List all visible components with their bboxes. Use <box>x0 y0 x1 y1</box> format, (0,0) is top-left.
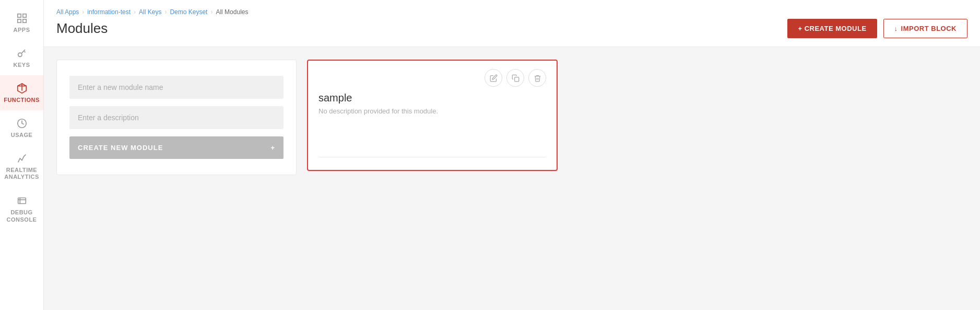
module-card-sample: sample No description provided for this … <box>307 60 558 171</box>
sidebar-item-realtime[interactable]: REALTIME ANALYTICS <box>0 145 43 188</box>
sidebar-item-usage-label: USAGE <box>11 132 33 138</box>
sidebar-item-apps[interactable]: APPS <box>0 5 43 40</box>
breadcrumb-sep-3: › <box>164 8 167 16</box>
edit-module-button[interactable] <box>485 69 502 87</box>
module-card-actions <box>318 69 546 87</box>
main-content: All Apps › information-test › All Keys ›… <box>44 0 980 310</box>
analytics-icon <box>16 153 28 164</box>
copy-module-button[interactable] <box>506 69 524 87</box>
cube-icon <box>16 83 28 94</box>
sidebar-item-debug-label: DEBUG CONSOLE <box>4 209 39 223</box>
create-new-module-button[interactable]: CREATE NEW MODULE + <box>69 136 284 159</box>
module-name-input[interactable] <box>69 76 284 99</box>
sidebar-item-apps-label: APPS <box>14 27 30 33</box>
create-new-module-icon: + <box>270 144 275 152</box>
debug-icon <box>16 195 28 206</box>
sidebar-item-usage[interactable]: USAGE <box>0 110 43 145</box>
header-row: Modules + CREATE MODULE ↓ IMPORT BLOCK <box>56 19 967 38</box>
sidebar-item-realtime-label: REALTIME ANALYTICS <box>4 167 39 180</box>
sidebar-item-functions[interactable]: FUNCTIONS <box>0 75 43 110</box>
create-module-button[interactable]: + CREATE MODULE <box>787 19 877 38</box>
usage-icon <box>16 118 28 129</box>
sidebar-item-functions-label: FUNCTIONS <box>4 97 40 103</box>
module-name: sample <box>318 92 546 104</box>
svg-rect-2 <box>17 19 20 22</box>
sidebar-item-debug[interactable]: DEBUG CONSOLE <box>0 188 43 230</box>
svg-rect-7 <box>18 198 26 204</box>
breadcrumb-info-test[interactable]: information-test <box>87 8 131 16</box>
page-header: All Apps › information-test › All Keys ›… <box>44 0 980 47</box>
header-buttons: + CREATE MODULE ↓ IMPORT BLOCK <box>787 19 967 38</box>
svg-rect-10 <box>514 77 518 81</box>
breadcrumb-sep-1: › <box>82 8 84 16</box>
import-icon: ↓ <box>894 25 898 32</box>
module-card-footer <box>318 157 546 157</box>
key-icon <box>16 48 28 59</box>
breadcrumb-all-keys[interactable]: All Keys <box>139 8 161 16</box>
breadcrumb-all-apps[interactable]: All Apps <box>56 8 79 16</box>
svg-rect-1 <box>22 14 26 17</box>
grid-icon <box>16 13 28 24</box>
svg-rect-3 <box>22 19 26 22</box>
sidebar-item-keys[interactable]: KEYS <box>0 40 43 75</box>
svg-rect-0 <box>17 14 20 17</box>
import-block-button[interactable]: ↓ IMPORT BLOCK <box>883 19 967 38</box>
module-description-input[interactable] <box>69 106 284 129</box>
breadcrumb-all-modules: All Modules <box>216 8 248 16</box>
copy-icon <box>512 74 519 82</box>
breadcrumb-demo-keyset[interactable]: Demo Keyset <box>170 8 207 16</box>
breadcrumb-sep-2: › <box>134 8 136 16</box>
import-block-label: IMPORT BLOCK <box>901 25 957 32</box>
breadcrumb-sep-4: › <box>210 8 212 16</box>
create-new-module-label: CREATE NEW MODULE <box>78 144 163 152</box>
sidebar-item-keys-label: KEYS <box>14 62 30 68</box>
delete-module-button[interactable] <box>528 69 546 87</box>
content-area: CREATE NEW MODULE + <box>44 47 980 310</box>
edit-icon <box>490 74 498 82</box>
sidebar: APPS KEYS FUNCTIONS USAGE REALTIME ANALY… <box>0 0 44 310</box>
breadcrumb: All Apps › information-test › All Keys ›… <box>56 8 967 16</box>
page-title: Modules <box>56 20 108 37</box>
module-description: No description provided for this module. <box>318 107 546 115</box>
create-module-card: CREATE NEW MODULE + <box>56 60 297 175</box>
svg-point-4 <box>18 53 21 56</box>
trash-icon <box>534 74 541 82</box>
